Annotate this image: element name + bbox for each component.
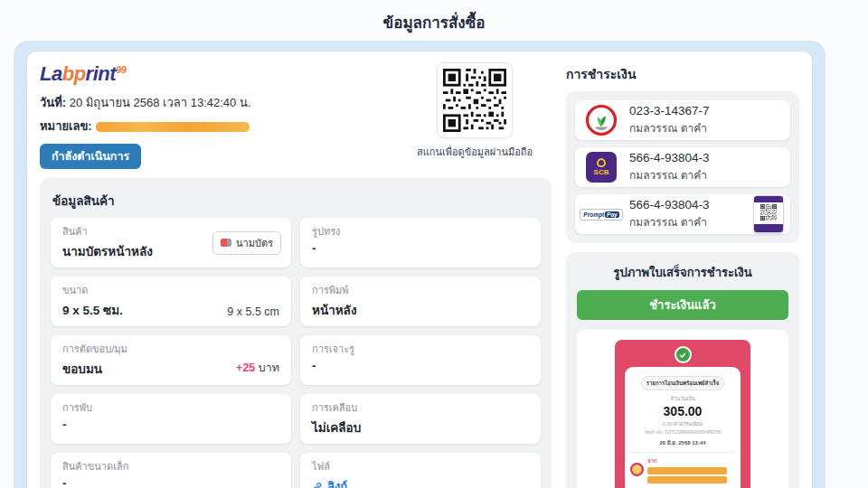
field-label: การเจาะรู [312,341,529,357]
field-label: รูปทรง [312,223,529,239]
status-badge: กำลังดำเนินการ [40,144,141,169]
slip-from-label: จาก [647,456,735,465]
field-file: ไฟล์ ลิงก์ [300,453,541,488]
receipt-slip-image[interactable]: รายการโอนเงินพร้อมเพย์สำเร็จ จำนวนเงิน 3… [615,340,750,488]
slip-header: รายการโอนเงินพร้อมเพย์สำเร็จ [641,376,724,390]
payment-title: การชำระเงิน [566,64,799,84]
slip-amount-label: จำนวนเงิน [630,394,735,403]
bank-account-info: 566-4-93804-3 กมลวรรณ ตาคำ [629,198,710,230]
labprint-logo: Labprint99 [40,62,250,86]
slip-reference: รหัสอ้างอิง: 5177133906430000004893790 [630,429,735,436]
field-value: - [312,359,529,372]
field-value: - [312,241,529,255]
receipt-title: รูปภาพใบเสร็จการชำระเงิน [577,263,788,282]
field-label: ไฟล์ [312,458,529,474]
slip-from-section: จาก ธนาคารออมสิน [630,456,735,488]
field-value: - [62,476,279,488]
success-check-icon [675,346,692,363]
bank-account-number: 566-4-93804-3 [629,151,710,164]
order-number: หมายเลข: [40,117,250,136]
order-date-label: วันที่: [40,96,66,109]
field-label: การพิมพ์ [312,282,529,298]
field-extra: 9 x 5.5 cm [227,305,279,318]
qr-code-icon [760,204,777,221]
payment-column: การชำระเงิน 023-3-14367-7 กมลวรรณ ตาคำ [566,62,799,488]
redacted-sender-bar [647,476,727,483]
field-product: สินค้า นามบัตรหน้าหลัง นามบัตร [51,218,291,267]
order-qr-block: สแกนเพื่อดูข้อมูลผ่านมือถือ [398,62,552,169]
product-field-grid: สินค้า นามบัตรหน้าหลัง นามบัตร รูปทรง - … [51,218,541,488]
bank-row-scb: SCB 566-4-93804-3 กมลวรรณ ตาคำ [575,147,790,187]
redacted-order-number-bar [96,122,250,132]
field-value: หน้าหลัง [312,300,529,320]
bank-account-number: 023-3-14367-7 [629,104,710,117]
scb-logo-text: SCB [594,168,609,176]
page-title: ข้อมูลการสั่งซื้อ [0,10,868,34]
extra-unit: บาท [255,361,279,374]
order-card: Labprint99 วันที่: 20 มิถุนายน 2568 เวลา… [27,52,812,488]
order-container: Labprint99 วันที่: 20 มิถุนายน 2568 เวลา… [14,41,826,488]
field-value: ไม่เคลือบ [312,418,529,437]
order-qr-card [437,62,513,138]
qr-caption: สแกนเพื่อดูข้อมูลผ่านมือถือ [417,144,533,160]
field-size: ขนาด 9 x 5.5 ซม. 9 x 5.5 cm [51,277,291,326]
field-label: การเคลือบ [312,399,529,416]
slip-fee: 0.00 ค่าธรรมเนียม [630,420,735,427]
promptpay-qr-thumbnail[interactable] [753,195,784,233]
logo-text: bp [62,62,86,85]
scb-bank-icon: SCB [584,152,618,183]
order-number-label: หมายเลข: [40,119,92,133]
slip-datetime: 20 มิ.ย. 2568 13:44 [630,438,735,447]
bank-row-kasikorn: 023-3-14367-7 กมลวรรณ ตาคำ [575,100,790,140]
field-label: สินค้าขนาดเล็ก [62,458,279,474]
thumb-header-bar [754,196,783,202]
product-info-panel: ข้อมูลสินค้า สินค้า นามบัตรหน้าหลัง นามบ… [40,178,552,488]
field-shape: รูปทรง - [300,218,541,267]
link-icon [312,482,323,488]
bank-row-promptpay: Prompt Pay 566-4-93804-3 กมลวรรณ ตาคำ [575,194,790,234]
redacted-sender-bar [647,467,727,474]
order-meta: Labprint99 วันที่: 20 มิถุนายน 2568 เวลา… [40,62,250,169]
order-date-value: 20 มิถุนายน 2568 เวลา 13:42:40 น. [66,96,250,109]
product-info-title: ข้อมูลสินค้า [52,191,539,211]
divider [630,452,735,453]
field-label: การตัดขอบ/มุม [62,341,279,357]
file-link[interactable]: ลิงก์ [312,477,347,488]
field-printing: การพิมพ์ หน้าหลัง [300,277,541,326]
promptpay-logo-text: Prompt [583,211,604,218]
slip-amount: 305.00 [630,404,735,418]
field-folding: การพับ - [51,394,291,444]
qr-code-icon [443,69,506,132]
field-label: ขนาด [62,282,279,298]
extra-price: +25 [236,361,255,374]
field-extra: +25 บาท [236,359,279,377]
bank-account-info: 566-4-93804-3 กมลวรรณ ตาคำ [629,151,710,183]
field-small-product: สินค้าขนาดเล็ก - [51,453,291,488]
bank-account-info: 023-3-14367-7 กมลวรรณ ตาคำ [629,104,710,136]
promptpay-icon: Prompt Pay [584,209,618,221]
bank-account-name: กมลวรรณ ตาคำ [629,119,710,136]
field-edge-cut: การตัดขอบ/มุม ขอบมน +25 บาท [51,335,291,385]
gsb-bank-avatar-icon [630,463,644,476]
field-value: - [62,418,279,431]
field-hole-punch: การเจาะรู - [300,335,541,385]
product-type-badge: นามบัตร [212,231,281,255]
logo-sup: 99 [116,64,126,75]
paid-status-button[interactable]: ชำระเงินแล้ว [577,290,788,320]
field-label: การพับ [62,399,279,416]
business-card-icon [221,239,231,247]
file-link-label: ลิงก์ [327,477,347,488]
logo-text: rint [86,62,116,85]
bank-account-name: กมลวรรณ ตาคำ [629,166,710,183]
badge-label: นามบัตร [236,235,273,251]
logo-text: La [40,62,62,85]
bank-account-number: 566-4-93804-3 [629,198,710,211]
bank-account-name: กมลวรรณ ตาคำ [629,213,710,230]
order-date: วันที่: 20 มิถุนายน 2568 เวลา 13:42:40 น… [40,93,250,112]
order-details-column: Labprint99 วันที่: 20 มิถุนายน 2568 เวลา… [40,62,552,488]
field-coating: การเคลือบ ไม่เคลือบ [300,394,541,444]
slip-paper: รายการโอนเงินพร้อมเพย์สำเร็จ จำนวนเงิน 3… [625,367,741,488]
receipt-panel: รูปภาพใบเสร็จการชำระเงิน ชำระเงินแล้ว รา… [566,252,799,488]
promptpay-logo-text: Pay [605,211,619,218]
bank-accounts-panel: 023-3-14367-7 กมลวรรณ ตาคำ SCB 566-4-938… [566,91,799,243]
